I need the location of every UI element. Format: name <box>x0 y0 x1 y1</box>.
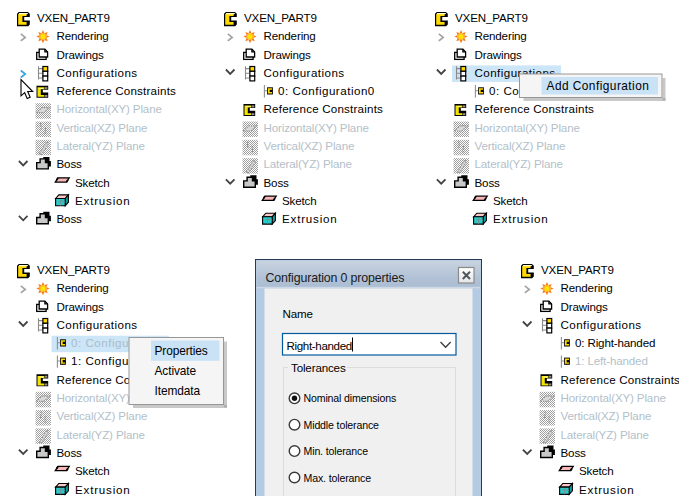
svg-text:Lateral(YZ) Plane: Lateral(YZ) Plane <box>264 157 352 170</box>
svg-text:Configurations: Configurations <box>57 318 138 331</box>
svg-text:Rendering: Rendering <box>57 281 109 294</box>
svg-text:Boss: Boss <box>57 212 83 225</box>
svg-text:VXEN_PART9: VXEN_PART9 <box>541 263 614 276</box>
svg-text:Horizontal(XY) Plane: Horizontal(XY) Plane <box>475 121 580 134</box>
svg-text:Horizontal(XY) Plane: Horizontal(XY) Plane <box>561 391 666 404</box>
svg-text:Rendering: Rendering <box>475 29 527 42</box>
svg-text:Reference Constraints: Reference Constraints <box>561 373 679 386</box>
svg-text:Nominal dimensions: Nominal dimensions <box>304 392 397 404</box>
svg-text:Min. tolerance: Min. tolerance <box>304 445 369 457</box>
svg-text:Reference Constraints: Reference Constraints <box>475 102 595 115</box>
svg-text:Itemdata: Itemdata <box>155 384 201 398</box>
svg-text:Rendering: Rendering <box>264 29 316 42</box>
svg-text:Add Configuration: Add Configuration <box>547 79 650 93</box>
svg-text:Configurations: Configurations <box>561 318 642 331</box>
svg-text:Configurations: Configurations <box>264 66 345 79</box>
svg-text:Extrusion: Extrusion <box>282 212 338 225</box>
svg-text:Activate: Activate <box>155 364 197 378</box>
svg-text:Drawings: Drawings <box>264 48 311 61</box>
svg-text:0: Configuration0: 0: Configuration0 <box>278 84 375 97</box>
svg-text:Lateral(YZ) Plane: Lateral(YZ) Plane <box>561 428 649 441</box>
svg-text:Horizontal(XY) Plane: Horizontal(XY) Plane <box>57 102 162 115</box>
svg-text:Rendering: Rendering <box>561 281 613 294</box>
svg-text:Boss: Boss <box>475 176 501 189</box>
svg-text:Vertical(XZ) Plane: Vertical(XZ) Plane <box>264 139 355 152</box>
svg-text:Middle tolerance: Middle tolerance <box>304 419 380 431</box>
svg-text:Extrusion: Extrusion <box>579 483 635 496</box>
svg-text:Extrusion: Extrusion <box>75 483 131 496</box>
svg-text:Boss: Boss <box>57 157 83 170</box>
svg-text:Sketch: Sketch <box>282 194 317 207</box>
svg-text:Configurations: Configurations <box>57 66 138 79</box>
svg-text:Extrusion: Extrusion <box>75 194 131 207</box>
svg-text:Vertical(XZ) Plane: Vertical(XZ) Plane <box>57 409 148 422</box>
svg-text:Extrusion: Extrusion <box>493 212 549 225</box>
svg-text:Lateral(YZ) Plane: Lateral(YZ) Plane <box>57 139 145 152</box>
svg-text:Rendering: Rendering <box>57 29 109 42</box>
svg-text:Horizontal(XY) Plane: Horizontal(XY) Plane <box>264 121 369 134</box>
svg-text:Reference Constraints: Reference Constraints <box>264 102 384 115</box>
svg-text:Properties: Properties <box>155 344 208 358</box>
svg-text:Vertical(XZ) Plane: Vertical(XZ) Plane <box>561 409 652 422</box>
svg-text:Right-handed: Right-handed <box>287 339 352 352</box>
svg-text:Sketch: Sketch <box>75 176 110 189</box>
svg-text:Configuration 0 properties: Configuration 0 properties <box>266 271 405 285</box>
svg-text:VXEN_PART9: VXEN_PART9 <box>37 263 110 276</box>
svg-text:1: Left-handed: 1: Left-handed <box>575 354 648 367</box>
svg-text:Drawings: Drawings <box>475 48 522 61</box>
svg-text:Reference Constraints: Reference Constraints <box>57 84 177 97</box>
svg-text:Name: Name <box>283 307 313 320</box>
svg-text:Max. tolerance: Max. tolerance <box>304 472 372 484</box>
svg-text:VXEN_PART9: VXEN_PART9 <box>455 11 528 24</box>
svg-text:Boss: Boss <box>264 176 290 189</box>
svg-text:Sketch: Sketch <box>75 464 110 477</box>
svg-text:Lateral(YZ) Plane: Lateral(YZ) Plane <box>475 157 563 170</box>
svg-text:Tolerances: Tolerances <box>291 361 346 374</box>
svg-text:Drawings: Drawings <box>57 300 104 313</box>
svg-text:Vertical(XZ) Plane: Vertical(XZ) Plane <box>57 121 148 134</box>
svg-text:Boss: Boss <box>57 446 83 459</box>
svg-text:Boss: Boss <box>561 446 587 459</box>
svg-text:Vertical(XZ) Plane: Vertical(XZ) Plane <box>475 139 566 152</box>
svg-text:Drawings: Drawings <box>57 48 104 61</box>
svg-text:0: Right-handed: 0: Right-handed <box>575 336 655 349</box>
svg-text:VXEN_PART9: VXEN_PART9 <box>37 11 110 24</box>
svg-text:VXEN_PART9: VXEN_PART9 <box>244 11 317 24</box>
svg-text:Sketch: Sketch <box>579 464 614 477</box>
svg-text:Drawings: Drawings <box>561 300 608 313</box>
svg-text:Lateral(YZ) Plane: Lateral(YZ) Plane <box>57 428 145 441</box>
svg-text:Sketch: Sketch <box>493 194 528 207</box>
